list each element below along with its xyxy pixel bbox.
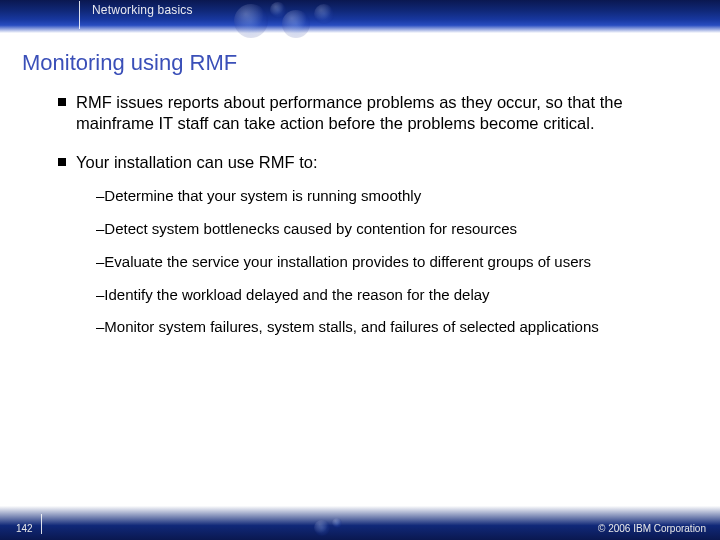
sub-item: –Identify the workload delayed and the r… [96, 286, 680, 305]
slide: Networking basics Monitoring using RMF R… [0, 0, 720, 540]
sub-text: Monitor system failures, system stalls, … [104, 318, 598, 335]
sub-text: Determine that your system is running sm… [104, 187, 421, 204]
bullet-item: Your installation can use RMF to: –Deter… [58, 152, 680, 337]
sub-text: Detect system bottlenecks caused by cont… [104, 220, 517, 237]
bubble-decoration-icon [234, 4, 268, 38]
bubble-decoration-icon [314, 520, 330, 536]
header-band: Networking basics [0, 0, 720, 36]
sub-item: –Evaluate the service your installation … [96, 253, 680, 272]
body-content: RMF issues reports about performance pro… [58, 92, 680, 355]
page-number: 142 [16, 523, 33, 534]
bullet-item: RMF issues reports about performance pro… [58, 92, 680, 134]
sub-text: Identify the workload delayed and the re… [104, 286, 489, 303]
sub-item: –Determine that your system is running s… [96, 187, 680, 206]
bullet-text: Your installation can use RMF to: [76, 153, 318, 171]
sub-list: –Determine that your system is running s… [96, 187, 680, 337]
bubble-decoration-icon [314, 4, 334, 24]
slide-title: Monitoring using RMF [22, 50, 237, 76]
copyright-text: © 2006 IBM Corporation [598, 523, 706, 534]
sub-item: –Monitor system failures, system stalls,… [96, 318, 680, 337]
footer-band: 142 © 2006 IBM Corporation [0, 504, 720, 540]
sub-text: Evaluate the service your installation p… [104, 253, 591, 270]
bubble-decoration-icon [332, 518, 342, 528]
bubble-decoration-icon [282, 10, 310, 38]
bullet-text: RMF issues reports about performance pro… [76, 93, 623, 132]
chapter-label: Networking basics [92, 3, 193, 17]
header-divider [79, 1, 80, 29]
sub-item: –Detect system bottlenecks caused by con… [96, 220, 680, 239]
footer-divider [41, 514, 42, 534]
